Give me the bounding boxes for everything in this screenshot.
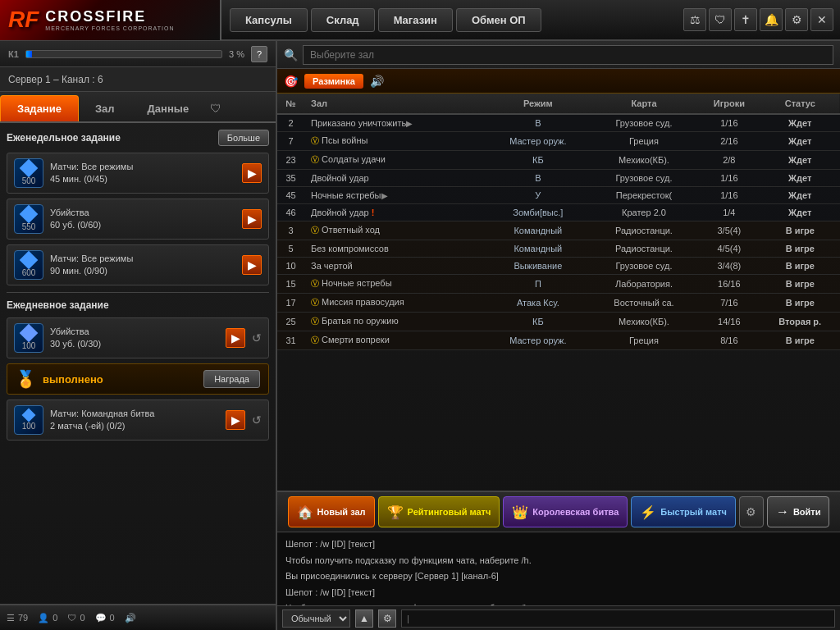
chat-text-input[interactable] bbox=[401, 609, 835, 628]
daily-task-text-1: Убийства30 уб. (0/30) bbox=[50, 326, 219, 351]
enter-button[interactable]: → Войти bbox=[767, 496, 830, 527]
table-row[interactable]: 15 Ⓥ Ночные ястребы П Лаборатория. 16/16… bbox=[277, 275, 840, 294]
table-row[interactable]: 25 Ⓥ Братья по оружию КБ Мехико(КБ). 14/… bbox=[277, 313, 840, 331]
table-row[interactable]: 7 Ⓥ Псы войны Мастер оруж. Греция 2/16 Ж… bbox=[277, 132, 840, 151]
tabs-bar: Задание Зал Данные 🛡 bbox=[0, 92, 276, 123]
table-row[interactable]: 17 Ⓥ Миссия правосудия Атака Ксу. Восточ… bbox=[277, 294, 840, 313]
volume-bottom-icon: 🔊 bbox=[125, 613, 136, 623]
table-row[interactable]: 3 Ⓥ Ответный ход Командный Радиостанци. … bbox=[277, 221, 840, 240]
room-map: Мехико(КБ). bbox=[590, 151, 698, 170]
refresh-icon-2[interactable]: ↺ bbox=[252, 413, 262, 427]
shield-tab-icon: 🛡 bbox=[205, 95, 226, 121]
chat-message: Чтобы получить подсказку по функциям чат… bbox=[285, 554, 832, 568]
room-name: Ⓥ Солдаты удачи bbox=[304, 151, 486, 170]
room-search-bar: 🔍 bbox=[277, 41, 840, 69]
diamond-icon-3 bbox=[20, 250, 39, 269]
bell-icon-btn[interactable]: 🔔 bbox=[760, 8, 783, 31]
room-status: Ждет bbox=[760, 151, 840, 170]
cross-icon-btn[interactable]: ✝ bbox=[734, 8, 757, 31]
room-players: 2/8 bbox=[698, 151, 760, 170]
tab-zal[interactable]: Зал bbox=[79, 96, 131, 121]
room-map: Грузовое суд. bbox=[590, 114, 698, 132]
tab-dannie[interactable]: Данные bbox=[131, 96, 206, 121]
room-mode: Выживание bbox=[486, 258, 590, 275]
table-row[interactable]: 46 Двойной удар ! Зомби[выс.] Кратер 2.0… bbox=[277, 204, 840, 221]
room-mode: Зомби[выс.] bbox=[486, 204, 590, 221]
lightning-icon: ⚡ bbox=[640, 504, 656, 520]
progress-bar-fill bbox=[26, 51, 32, 57]
shield-icon-btn[interactable]: 🛡 bbox=[709, 8, 732, 31]
room-map: Грузовое суд. bbox=[590, 170, 698, 187]
table-row[interactable]: 35 Двойной удар В Грузовое суд. 1/16 Жде… bbox=[277, 170, 840, 187]
tab-zadanie[interactable]: Задание bbox=[0, 95, 79, 121]
close-icon-btn[interactable]: ✕ bbox=[810, 8, 833, 31]
task-text-3: Матчи: Все режимы90 мин. (0/90) bbox=[50, 253, 235, 278]
rating-match-button[interactable]: 🏆 Рейтинговый матч bbox=[378, 496, 500, 527]
crown-icon: 👑 bbox=[512, 504, 528, 520]
room-search-input[interactable] bbox=[303, 45, 833, 65]
person-icon: 👤 bbox=[38, 613, 49, 623]
room-mode: Командный bbox=[486, 221, 590, 240]
reward-button[interactable]: Награда bbox=[203, 370, 260, 388]
room-name: За чертой bbox=[304, 258, 486, 275]
table-row[interactable]: 23 Ⓥ Солдаты удачи КБ Мехико(КБ). 2/8 Жд… bbox=[277, 151, 840, 170]
table-row[interactable]: 45 Ночные ястребы▶ У Перекресток( 1/16 Ж… bbox=[277, 187, 840, 204]
room-status: Ждет bbox=[760, 170, 840, 187]
room-players: 8/16 bbox=[698, 331, 760, 350]
task-arrow-1[interactable]: ▶ bbox=[242, 163, 262, 183]
task-arrow-3[interactable]: ▶ bbox=[242, 255, 262, 275]
daily-diamond-1 bbox=[20, 323, 39, 342]
warmup-label[interactable]: Разминка bbox=[304, 74, 363, 89]
room-num: 2 bbox=[277, 114, 304, 132]
new-room-button[interactable]: 🏠 Новый зал bbox=[288, 496, 375, 527]
room-num: 45 bbox=[277, 187, 304, 204]
room-players: 3/4(8) bbox=[698, 258, 760, 275]
logo-crossfire-text: CROSSFIRE bbox=[45, 8, 174, 25]
chat-message: Вы присоединились к серверу [Сервер 1] [… bbox=[285, 569, 832, 584]
gear-icon-btn[interactable]: ⚙ bbox=[785, 8, 808, 31]
rating-match-label: Рейтинговый матч bbox=[408, 507, 491, 517]
warehouse-button[interactable]: Склад bbox=[311, 8, 375, 32]
room-table-container[interactable]: № Зал Режим Карта Игроки Статус 2 Приказ… bbox=[277, 94, 840, 491]
royal-battle-label: Королевская битва bbox=[532, 507, 619, 517]
room-status: Вторая р. bbox=[760, 313, 840, 331]
room-players: 4/5(4) bbox=[698, 240, 760, 258]
chat-input-bar: Обычный ▲ ⚙ bbox=[277, 605, 840, 630]
room-name: Ⓥ Миссия правосудия bbox=[304, 294, 486, 313]
match-settings-button[interactable]: ⚙ bbox=[739, 496, 764, 527]
right-panel: 🔍 🎯 Разминка 🔊 № Зал Режим Карта Игроки … bbox=[277, 41, 840, 630]
warmup-bar: 🎯 Разминка 🔊 bbox=[277, 69, 840, 94]
table-row[interactable]: 10 За чертой Выживание Грузовое суд. 3/4… bbox=[277, 258, 840, 275]
room-map: Перекресток( bbox=[590, 187, 698, 204]
chat-up-button[interactable]: ▲ bbox=[355, 609, 373, 628]
table-row[interactable]: 31 Ⓥ Смерти вопреки Мастер оруж. Греция … bbox=[277, 331, 840, 350]
scale-icon-btn[interactable]: ⚖ bbox=[683, 8, 706, 31]
exchange-button[interactable]: Обмен ОП bbox=[456, 8, 541, 32]
table-row[interactable]: 5 Без компромиссов Командный Радиостанци… bbox=[277, 240, 840, 258]
quick-match-button[interactable]: ⚡ Быстрый матч bbox=[631, 496, 736, 527]
task-icon-3: 600 bbox=[14, 250, 43, 280]
room-players: 1/16 bbox=[698, 114, 760, 132]
chat-message: Шепот : /w [ID] [текст] bbox=[285, 537, 832, 552]
more-button[interactable]: Больше bbox=[218, 130, 269, 146]
trophy-icon: 🏆 bbox=[387, 504, 404, 520]
extra-diamond bbox=[22, 408, 36, 422]
room-status: Ждет bbox=[760, 204, 840, 221]
left-content: Еженедельное задание Больше 500 Матчи: В… bbox=[0, 123, 276, 604]
daily-task-arrow-1[interactable]: ▶ bbox=[226, 328, 245, 348]
action-buttons-bar: 🏠 Новый зал 🏆 Рейтинговый матч 👑 Королев… bbox=[277, 491, 840, 532]
room-players: 2/16 bbox=[698, 132, 760, 151]
weekly-section-header: Еженедельное задание Больше bbox=[7, 130, 269, 146]
chat-settings-button[interactable]: ⚙ bbox=[378, 609, 396, 628]
capsules-button[interactable]: Капсулы bbox=[230, 8, 308, 32]
diamond-icon-2 bbox=[20, 204, 39, 223]
task-arrow-2[interactable]: ▶ bbox=[242, 209, 262, 229]
extra-task-arrow[interactable]: ▶ bbox=[226, 410, 245, 430]
shop-button[interactable]: Магазин bbox=[378, 8, 453, 32]
refresh-icon-1[interactable]: ↺ bbox=[252, 331, 262, 345]
help-button[interactable]: ? bbox=[251, 46, 267, 62]
volume-icon[interactable]: 🔊 bbox=[370, 75, 384, 88]
chat-mode-select[interactable]: Обычный bbox=[282, 609, 350, 628]
royal-battle-button[interactable]: 👑 Королевская битва bbox=[503, 496, 628, 527]
table-row[interactable]: 2 Приказано уничтожить▶ В Грузовое суд. … bbox=[277, 114, 840, 132]
